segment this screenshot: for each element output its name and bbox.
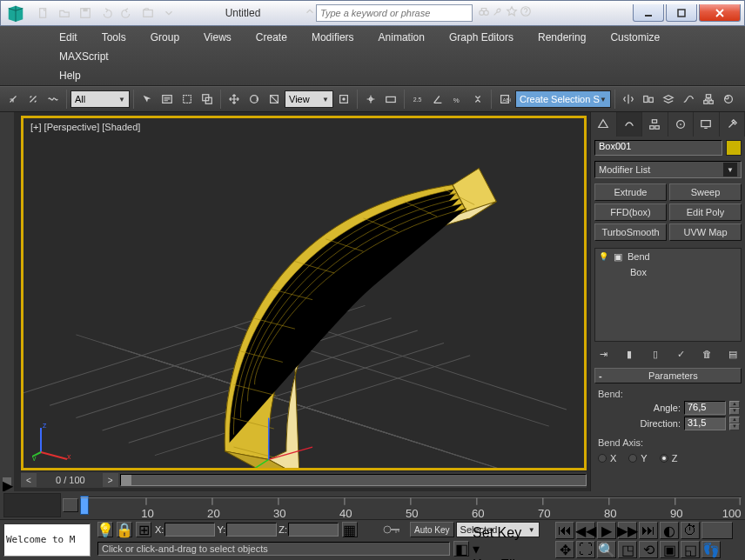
z-input[interactable] [288, 523, 339, 537]
tab-utilities[interactable] [720, 112, 746, 137]
select-link-icon[interactable] [3, 90, 23, 109]
preset-uvwmap[interactable]: UVW Map [669, 223, 742, 241]
preset-sweep[interactable]: Sweep [669, 183, 742, 201]
save-icon[interactable] [76, 3, 95, 23]
remove-modifier-icon[interactable]: ✓ [674, 347, 688, 361]
spinner-snap-icon[interactable] [468, 90, 487, 109]
qat-dropdown-icon[interactable] [159, 3, 178, 23]
goto-end-icon[interactable]: ⏭ [639, 522, 658, 539]
preset-extrude[interactable]: Extrude [594, 183, 667, 201]
project-icon[interactable] [138, 3, 158, 23]
keyfilters-button[interactable]: Key Filters... [473, 557, 550, 561]
rollout-parameters-header[interactable]: -Parameters [594, 368, 742, 383]
material-editor-icon[interactable] [719, 90, 738, 109]
pivot-center-icon[interactable] [334, 90, 353, 109]
timeline-track[interactable]: 102030 405060 708090 100 [80, 497, 742, 514]
menu-tools[interactable]: Tools [90, 28, 138, 47]
object-color-swatch[interactable] [726, 140, 742, 156]
unlink-icon[interactable] [23, 90, 43, 109]
maximize-button[interactable] [666, 4, 697, 22]
lock-selection-icon[interactable]: 🔒 [117, 522, 132, 537]
snap-toggle-icon[interactable]: 2.5 [408, 90, 427, 109]
align-icon[interactable] [639, 90, 658, 109]
open-file-icon[interactable] [55, 3, 74, 23]
tab-display[interactable] [694, 112, 720, 137]
setkey-button[interactable]: Set Key [473, 525, 550, 541]
prev-frame-icon[interactable]: ◀◀ [576, 522, 595, 539]
orbit-icon[interactable]: ⟲ [639, 541, 658, 558]
layers-icon[interactable] [659, 90, 678, 109]
object-name-field[interactable]: Box001 [594, 140, 722, 156]
menu-rendering[interactable]: Rendering [526, 28, 598, 47]
keyboard-shortcut-icon[interactable] [381, 90, 400, 109]
named-sel-edit-icon[interactable]: ABC [495, 90, 514, 109]
pan-view-icon[interactable]: ✥ [555, 541, 574, 558]
modifier-stack[interactable]: 💡▣Bend Box [594, 248, 742, 342]
scale-icon[interactable] [265, 90, 284, 109]
menu-help[interactable]: Help [47, 66, 93, 85]
angle-input[interactable]: 76,5 [684, 401, 726, 415]
trash-icon[interactable]: 🗑 [700, 347, 714, 361]
angle-snap-icon[interactable] [428, 90, 447, 109]
select-object-icon[interactable] [138, 90, 157, 109]
tab-motion[interactable] [668, 112, 695, 137]
zoom-region-icon[interactable]: ◱ [681, 541, 700, 558]
show-end-result-icon[interactable]: ▮ [622, 347, 636, 361]
menu-create[interactable]: Create [244, 28, 299, 47]
preset-turbosmooth[interactable]: TurboSmooth [594, 223, 667, 241]
zoom-icon[interactable]: 🔍 [597, 541, 616, 558]
ref-coord-dropdown[interactable]: View▼ [285, 90, 333, 108]
manipulate-icon[interactable] [361, 90, 380, 109]
redo-icon[interactable] [117, 3, 137, 23]
axis-x-radio[interactable]: X [598, 453, 616, 463]
setkey-flyout-icon[interactable]: ▾ [473, 541, 483, 557]
transform-type-icon[interactable]: ⊞ [136, 522, 151, 537]
rotate-icon[interactable] [245, 90, 264, 109]
named-selection-dropdown[interactable]: Create Selection Se▼ [515, 90, 611, 108]
zoom-extents-icon[interactable]: ⛶ [576, 541, 595, 558]
direction-input[interactable]: 31,5 [684, 417, 726, 430]
selection-filter-dropdown[interactable]: All▼ [70, 90, 130, 108]
stack-item-bend[interactable]: 💡▣Bend [595, 249, 741, 264]
search-nav-icon[interactable] [304, 5, 316, 21]
mini-curve-icon[interactable] [63, 498, 78, 512]
time-scroll-next-button[interactable]: > [103, 473, 118, 487]
window-crossing-icon[interactable] [198, 90, 217, 109]
timeline-nav-block[interactable] [3, 493, 61, 517]
menu-modifiers[interactable]: Modifiers [299, 28, 366, 47]
bind-space-warp-icon[interactable] [44, 90, 63, 109]
minimize-button[interactable] [633, 4, 664, 22]
next-frame-icon[interactable]: ▶▶ [618, 522, 637, 539]
isolate-icon[interactable]: ◧ [453, 541, 469, 557]
stack-item-box[interactable]: Box [595, 264, 741, 280]
modifier-list-dropdown[interactable]: Modifier List▼ [594, 161, 742, 178]
time-scroll-prev-button[interactable]: < [21, 473, 37, 487]
menu-customize[interactable]: Customize [598, 28, 672, 47]
key-mode-toggle-icon[interactable]: ◐ [660, 522, 679, 539]
walk-through-icon[interactable]: 👣 [701, 541, 721, 558]
time-config-icon[interactable]: ⏱ [681, 522, 700, 539]
current-frame-field[interactable] [701, 522, 733, 539]
schematic-view-icon[interactable] [699, 90, 718, 109]
play-icon[interactable]: ▶ [597, 522, 616, 539]
menu-graph-editors[interactable]: Graph Editors [437, 28, 526, 47]
wrench-icon[interactable] [492, 5, 504, 21]
time-scrollbar[interactable] [120, 474, 587, 486]
preset-ffdbox[interactable]: FFD(box) [594, 203, 667, 221]
autokey-button[interactable]: Auto Key [410, 522, 454, 537]
pin-stack-icon[interactable]: ⇥ [596, 347, 610, 361]
move-icon[interactable] [225, 90, 244, 109]
search-input[interactable] [316, 4, 473, 22]
new-file-icon[interactable] [34, 3, 53, 23]
x-input[interactable] [164, 523, 215, 537]
app-logo[interactable] [1, 1, 30, 25]
undo-icon[interactable] [97, 3, 116, 23]
star-icon[interactable] [506, 5, 518, 21]
curve-editor-icon[interactable] [679, 90, 698, 109]
maximize-viewport-icon[interactable]: ▣ [660, 541, 679, 558]
preset-editpoly[interactable]: Edit Poly [669, 203, 742, 221]
lightbulb-icon[interactable]: 💡 [97, 522, 113, 537]
axis-z-radio[interactable]: Z [660, 453, 678, 463]
goto-start-icon[interactable]: ⏮ [555, 522, 574, 539]
percent-snap-icon[interactable]: % [448, 90, 467, 109]
